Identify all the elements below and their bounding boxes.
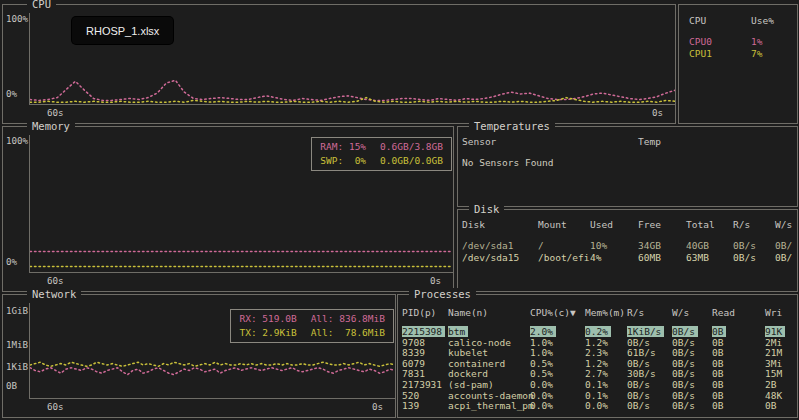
- column-header[interactable]: W/s: [672, 307, 712, 319]
- table-cell: 0B/s: [627, 401, 672, 412]
- column-header: Sensor: [462, 136, 638, 148]
- memory-usage-graph[interactable]: RAM: 15%0.6GB/3.8GBSWP: 0%0.0GB/0.0GB: [29, 135, 453, 273]
- table-cell: 0B/s: [733, 240, 775, 252]
- cpu-legend-header: CPUUse%: [679, 15, 797, 27]
- table-cell: 0.0%: [585, 401, 627, 412]
- column-header: CPU: [689, 15, 751, 27]
- table-cell: 0B: [765, 401, 797, 412]
- column-header: Temp: [638, 136, 797, 148]
- table-cell: 7%: [751, 48, 797, 60]
- network-ytick-1mib: 1MiB: [6, 339, 28, 350]
- network-x-axis: 60s 0s: [3, 399, 395, 417]
- cpu-xtick-right: 0s: [652, 107, 663, 123]
- cpu-x-axis: 60s 0s: [3, 105, 675, 123]
- file-tooltip-label: RHOSP_1.xlsx: [86, 25, 159, 37]
- column-header: W/s: [775, 219, 797, 231]
- file-tooltip: RHOSP_1.xlsx: [72, 17, 173, 44]
- network-panel: Network 1GiB 1MiB 1KiB 0B RX: 519.0BAll:…: [2, 294, 396, 418]
- table-cell: 0.0%: [530, 401, 585, 412]
- temperatures-header: SensorTemp: [458, 136, 797, 148]
- table-cell: /dev/sda15: [462, 252, 538, 264]
- column-header[interactable]: R/s: [627, 307, 672, 319]
- memory-readout: RAM: 15%0.6GB/3.8GBSWP: 0%0.0GB/0.0GB: [311, 137, 452, 171]
- legend-row: RAM: 15%0.6GB/3.8GB: [320, 140, 443, 154]
- temperatures-empty-message: No Sensors Found: [458, 157, 797, 168]
- network-ytick-1kib: 1KiB: [6, 361, 28, 372]
- memory-y-axis: 100% 0%: [3, 135, 29, 273]
- temperatures-panel: Temperatures SensorTemp No Sensors Found: [457, 126, 798, 207]
- table-cell: 0B/s: [733, 252, 775, 264]
- network-readout: RX: 519.0BAll: 836.8MiBTX: 2.9KiBAll: 78…: [230, 309, 394, 343]
- table-cell: 0B/s: [672, 401, 712, 412]
- processes-body: 2215398btm2.0%0.2%1KiB/s0B/s0B91K9708cal…: [398, 327, 797, 412]
- legend-row: SWP: 0%0.0GB/0.0GB: [320, 154, 443, 168]
- cpu-legend-row: CPU17%: [679, 48, 797, 60]
- column-header[interactable]: Wri: [765, 307, 797, 319]
- network-xtick-left: 60s: [47, 401, 64, 417]
- disk-panel: Disk DiskMountUsedFreeTotalR/sW/s /dev/s…: [457, 209, 798, 292]
- table-cell: 10%: [590, 240, 638, 252]
- memory-ytick-top: 100%: [6, 135, 28, 146]
- table-cell: CPU0: [689, 36, 751, 48]
- disk-row: /dev/sda15/boot/efi4%60MB63MB0B/s0B/: [458, 252, 797, 264]
- memory-ytick-bottom: 0%: [6, 256, 17, 267]
- disk-header: DiskMountUsedFreeTotalR/sW/s: [458, 219, 797, 231]
- disk-body: /dev/sda1/10%34GB40GB0B/s0B//dev/sda15/b…: [458, 240, 797, 264]
- cpu-y-axis: 100% 0%: [3, 13, 29, 105]
- processes-panel: Processes PID(p)Name(n)CPU%(c)▼Mem%(m)R/…: [397, 294, 798, 418]
- column-header[interactable]: Read: [712, 307, 765, 319]
- table-cell: 0B: [712, 401, 765, 412]
- table-cell: acpi_thermal_pm: [448, 401, 530, 412]
- table-cell: CPU1: [689, 48, 751, 60]
- table-cell: /dev/sda1: [462, 240, 538, 252]
- cpu-legend-panel: CPUUse% CPU01%CPU17%: [678, 4, 798, 124]
- table-cell: /: [538, 240, 590, 252]
- network-usage-graph[interactable]: RX: 519.0BAll: 836.8MiBTX: 2.9KiBAll: 78…: [29, 303, 395, 399]
- column-header: Total: [686, 219, 733, 231]
- column-header[interactable]: PID(p): [402, 307, 448, 319]
- processes-header: PID(p)Name(n)CPU%(c)▼Mem%(m)R/sW/sReadWr…: [398, 307, 797, 319]
- column-header: Free: [638, 219, 686, 231]
- column-header: R/s: [733, 219, 775, 231]
- column-header[interactable]: Name(n): [448, 307, 530, 319]
- column-header: Disk: [462, 219, 538, 231]
- cpu-legend-body: CPU01%CPU17%: [679, 36, 797, 60]
- column-header: Used: [590, 219, 638, 231]
- network-ytick-0b: 0B: [6, 380, 17, 391]
- table-cell: /boot/efi: [538, 252, 590, 264]
- column-header: Mount: [538, 219, 590, 231]
- network-y-axis: 1GiB 1MiB 1KiB 0B: [3, 303, 29, 399]
- legend-row: TX: 2.9KiBAll: 78.6MiB: [239, 326, 385, 340]
- table-cell: 4%: [590, 252, 638, 264]
- column-header[interactable]: Mem%(m): [585, 307, 627, 319]
- column-header[interactable]: CPU%(c)▼: [530, 307, 585, 319]
- legend-row: RX: 519.0BAll: 836.8MiB: [239, 312, 385, 326]
- column-header: Use%: [751, 15, 797, 27]
- table-cell: 0B/: [775, 240, 797, 252]
- network-xtick-right: 0s: [372, 401, 383, 417]
- table-cell: 60MB: [638, 252, 686, 264]
- disk-row: /dev/sda1/10%34GB40GB0B/s0B/: [458, 240, 797, 252]
- table-cell: 63MB: [686, 252, 733, 264]
- process-row[interactable]: 139acpi_thermal_pm0.0%0.0%0B/s0B/s0B0B: [398, 401, 797, 412]
- table-cell: 40GB: [686, 240, 733, 252]
- table-cell: 0B/: [775, 252, 797, 264]
- cpu-ytick-top: 100%: [6, 13, 28, 24]
- cpu-ytick-bottom: 0%: [6, 88, 17, 99]
- table-cell: 139: [402, 401, 448, 412]
- btm-system-monitor: CPU 100% 0% 60s 0s CPUUse% CPU01%CPU17%: [0, 0, 799, 420]
- cpu-legend-row: CPU01%: [679, 36, 797, 48]
- table-cell: 34GB: [638, 240, 686, 252]
- table-cell: 1%: [751, 36, 797, 48]
- network-ytick-1gib: 1GiB: [6, 305, 28, 316]
- memory-panel: Memory 100% 0% RAM: 15%0.6GB/3.8GBSWP: 0…: [2, 126, 454, 292]
